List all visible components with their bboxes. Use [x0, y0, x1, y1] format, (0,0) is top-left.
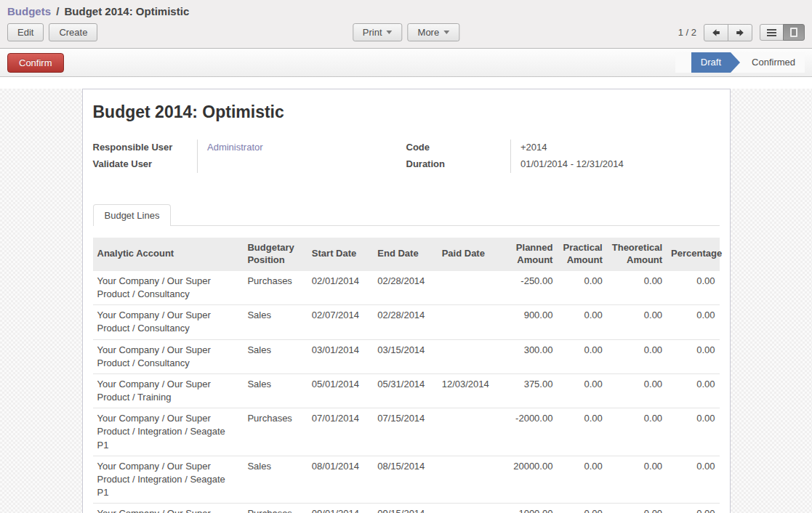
table-cell: Sales — [243, 373, 307, 408]
column-header[interactable]: Budgetary Position — [243, 238, 307, 271]
table-cell: Purchases — [243, 271, 307, 305]
table-cell: 0.00 — [607, 408, 667, 456]
table-cell: Sales — [243, 339, 307, 373]
column-header[interactable]: Practical Amount — [557, 238, 606, 271]
table-cell: 300.00 — [502, 339, 557, 373]
field-groups: Responsible User Administrator Validate … — [93, 140, 720, 173]
chevron-down-icon — [443, 31, 449, 34]
column-header[interactable]: Percentage — [667, 238, 719, 271]
table-cell: 0.00 — [557, 373, 606, 408]
table-cell: 02/07/2014 — [307, 305, 373, 339]
table-cell: Your Company / Our Super Product / Consu… — [93, 339, 244, 373]
table-row[interactable]: Your Company / Our Super Product / Consu… — [93, 339, 720, 373]
table-cell: 0.00 — [607, 504, 667, 513]
table-cell: Your Company / Our Super Product / Train… — [93, 373, 244, 408]
table-cell — [438, 339, 502, 373]
table-cell: 05/31/2014 — [373, 373, 437, 408]
edit-button[interactable]: Edit — [7, 23, 44, 41]
pager-previous-button[interactable] — [704, 24, 728, 41]
table-cell: 09/15/2014 — [373, 504, 437, 513]
table-cell: Purchases — [243, 504, 307, 513]
table-cell: 375.00 — [502, 373, 557, 408]
table-cell: 0.00 — [607, 271, 667, 305]
column-header[interactable]: Paid Date — [438, 238, 502, 271]
top-header: Budgets / Budget 2014: Optimistic Edit C… — [0, 0, 812, 49]
statusbar-state-confirmed: Confirmed — [742, 52, 805, 73]
table-cell — [438, 504, 502, 513]
table-cell: 0.00 — [607, 456, 667, 504]
table-cell: Your Company / Our Super Product / Integ… — [93, 408, 244, 456]
table-cell: Your Company / Our Super Product / Integ… — [93, 504, 244, 513]
table-cell: 0.00 — [667, 373, 719, 408]
column-header[interactable]: End Date — [373, 238, 437, 271]
table-body: Your Company / Our Super Product / Consu… — [93, 271, 720, 513]
view-switcher — [760, 24, 805, 41]
responsible-user-label: Responsible User — [93, 140, 198, 156]
statusbar-state-draft: Draft — [691, 52, 731, 73]
table-cell: -1000.00 — [502, 504, 557, 513]
column-header[interactable]: Theoretical Amount — [607, 238, 667, 271]
table-cell: 09/01/2014 — [307, 504, 373, 513]
table-cell: -250.00 — [502, 271, 557, 305]
table-row[interactable]: Your Company / Our Super Product / Consu… — [93, 305, 720, 339]
table-cell: Your Company / Our Super Product / Consu… — [93, 271, 244, 305]
table-row[interactable]: Your Company / Our Super Product / Integ… — [93, 456, 720, 504]
statusbar: DraftConfirmed — [675, 52, 805, 73]
table-cell: 07/01/2014 — [307, 408, 373, 456]
table-row[interactable]: Your Company / Our Super Product / Integ… — [93, 408, 720, 456]
form-view-icon — [790, 28, 797, 37]
breadcrumb-separator: / — [54, 5, 61, 17]
list-view-button[interactable] — [760, 24, 784, 41]
more-label: More — [418, 27, 440, 38]
table-cell: Purchases — [243, 408, 307, 456]
arrow-right-icon — [735, 28, 745, 38]
table-cell: 02/28/2014 — [373, 271, 437, 305]
column-header[interactable]: Start Date — [307, 238, 373, 271]
column-header[interactable]: Planned Amount — [502, 238, 557, 271]
validate-user-label: Validate User — [93, 156, 198, 173]
table-cell: 20000.00 — [502, 456, 557, 504]
table-cell: 08/15/2014 — [373, 456, 437, 504]
table-cell: 0.00 — [557, 305, 606, 339]
table-cell — [438, 305, 502, 339]
breadcrumb-budgets-link[interactable]: Budgets — [7, 5, 51, 17]
table-cell: 0.00 — [667, 271, 719, 305]
confirm-button[interactable]: Confirm — [7, 53, 64, 73]
budget-lines-table: Analytic AccountBudgetary PositionStart … — [93, 238, 720, 513]
table-cell: 0.00 — [607, 339, 667, 373]
table-cell — [438, 456, 502, 504]
table-cell: 0.00 — [607, 305, 667, 339]
column-header[interactable]: Analytic Account — [93, 238, 244, 271]
pager-next-button[interactable] — [728, 24, 752, 41]
record-title: Budget 2014: Optimistic — [93, 102, 720, 122]
table-cell: 0.00 — [607, 373, 667, 408]
more-dropdown-button[interactable]: More — [408, 23, 460, 41]
table-row[interactable]: Your Company / Our Super Product / Integ… — [93, 504, 720, 513]
table-row[interactable]: Your Company / Our Super Product / Train… — [93, 373, 720, 408]
table-cell: 08/01/2014 — [307, 456, 373, 504]
tab-budget-lines[interactable]: Budget Lines — [93, 204, 172, 226]
responsible-user-value[interactable]: Administrator — [198, 140, 406, 156]
print-dropdown-button[interactable]: Print — [353, 23, 403, 41]
table-cell: 0.00 — [667, 408, 719, 456]
table-cell: 07/15/2014 — [373, 408, 437, 456]
table-cell: 02/01/2014 — [307, 271, 373, 305]
form-view-button[interactable] — [783, 24, 805, 41]
table-cell: 0.00 — [667, 305, 719, 339]
table-cell: Sales — [243, 456, 307, 504]
table-row[interactable]: Your Company / Our Super Product / Consu… — [93, 271, 720, 305]
chevron-down-icon — [387, 31, 393, 34]
form-sheet: Budget 2014: Optimistic Responsible User… — [82, 89, 731, 513]
breadcrumb-current: Budget 2014: Optimistic — [65, 5, 190, 17]
table-cell: 05/01/2014 — [307, 373, 373, 408]
table-cell: 0.00 — [557, 456, 606, 504]
create-button[interactable]: Create — [49, 23, 97, 41]
table-cell: 0.00 — [667, 456, 719, 504]
duration-label: Duration — [406, 156, 511, 173]
table-cell: 12/03/2014 — [438, 373, 502, 408]
list-view-icon — [767, 29, 776, 36]
notebook-tabs: Budget Lines — [93, 203, 720, 226]
table-cell: 02/28/2014 — [373, 305, 437, 339]
validate-user-value — [198, 156, 406, 173]
table-cell: Sales — [243, 305, 307, 339]
